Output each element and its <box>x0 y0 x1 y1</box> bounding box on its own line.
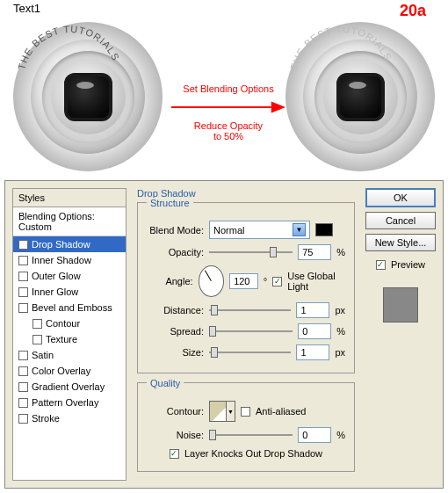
lens-after: THE BEST TUTORIALS <box>285 22 435 171</box>
preview-label: Preview <box>391 259 425 270</box>
antialiased-checkbox[interactable] <box>241 407 250 417</box>
spread-slider[interactable] <box>209 325 293 337</box>
step-code: 20a <box>400 2 426 20</box>
style-label: Color Overlay <box>32 366 90 376</box>
style-item-bevel-and-emboss[interactable]: Bevel and Emboss <box>13 300 126 315</box>
style-item-stroke[interactable]: Stroke <box>13 410 126 426</box>
style-checkbox[interactable] <box>33 319 42 329</box>
style-label: Inner Glow <box>32 286 78 297</box>
opacity-slider[interactable] <box>209 246 293 258</box>
style-checkbox[interactable] <box>18 303 28 313</box>
style-label: Texture <box>46 334 77 344</box>
style-item-texture[interactable]: Texture <box>13 331 126 347</box>
arrow-icon <box>171 98 285 117</box>
lens-before: THE BEST TUTORIALS <box>13 22 163 171</box>
chevron-down-icon: ▼ <box>293 223 306 236</box>
new-style-button[interactable]: New Style... <box>365 234 436 251</box>
knockout-checkbox[interactable] <box>170 449 179 459</box>
blending-options-item[interactable]: Blending Options: Custom <box>13 207 126 236</box>
style-item-color-overlay[interactable]: Color Overlay <box>13 363 126 379</box>
antialiased-label: Anti-aliased <box>256 406 306 417</box>
blend-mode-select[interactable]: Normal▼ <box>209 221 310 239</box>
style-checkbox[interactable] <box>18 351 28 360</box>
opacity-label: Opacity: <box>147 247 204 257</box>
preview-checkbox[interactable] <box>376 260 386 270</box>
style-label: Satin <box>32 350 54 360</box>
style-item-pattern-overlay[interactable]: Pattern Overlay <box>13 395 126 410</box>
angle-dial[interactable] <box>199 265 225 297</box>
noise-label: Noise: <box>147 430 204 440</box>
cancel-button[interactable]: Cancel <box>365 212 436 229</box>
style-checkbox[interactable] <box>18 366 28 376</box>
style-item-satin[interactable]: Satin <box>13 347 126 363</box>
style-checkbox[interactable] <box>18 382 28 392</box>
style-checkbox[interactable] <box>33 335 42 344</box>
button-column: OK Cancel New Style... Preview <box>365 188 436 481</box>
size-slider[interactable] <box>209 346 291 359</box>
preview-swatch <box>383 287 418 323</box>
layer-name: Text1 <box>13 2 40 15</box>
style-item-drop-shadow[interactable]: Drop Shadow <box>13 236 126 252</box>
svg-marker-3 <box>271 102 285 113</box>
styles-header[interactable]: Styles <box>13 189 126 207</box>
opacity-input[interactable]: 75 <box>298 244 331 260</box>
global-light-label: Use Global Light <box>287 271 345 292</box>
distance-input[interactable]: 1 <box>296 302 329 318</box>
blend-mode-label: Blend Mode: <box>147 225 204 236</box>
style-item-inner-shadow[interactable]: Inner Shadow <box>13 252 126 268</box>
spread-label: Spread: <box>147 326 204 337</box>
layer-style-dialog: Styles Blending Options: Custom Drop Sha… <box>4 180 444 489</box>
angle-input[interactable]: 120 <box>229 273 258 289</box>
distance-slider[interactable] <box>209 304 291 316</box>
style-item-gradient-overlay[interactable]: Gradient Overlay <box>13 379 126 395</box>
style-label: Inner Shadow <box>32 255 91 265</box>
style-label: Bevel and Emboss <box>32 302 112 313</box>
options-panel: Drop Shadow Structure Blend Mode: Normal… <box>134 188 358 481</box>
style-checkbox[interactable] <box>18 398 28 408</box>
contour-picker[interactable]: ▼ <box>209 401 235 422</box>
size-input[interactable]: 1 <box>296 344 329 360</box>
style-label: Gradient Overlay <box>32 381 105 392</box>
style-item-inner-glow[interactable]: Inner Glow <box>13 284 126 300</box>
quality-group: Quality Contour: ▼ Anti-aliased Noise: 0… <box>137 382 355 472</box>
style-checkbox[interactable] <box>18 240 28 250</box>
chevron-down-icon: ▼ <box>226 402 235 421</box>
style-item-outer-glow[interactable]: Outer Glow <box>13 268 126 284</box>
styles-list: Styles Blending Options: Custom Drop Sha… <box>12 188 126 481</box>
style-checkbox[interactable] <box>18 272 28 281</box>
distance-label: Distance: <box>147 305 204 315</box>
angle-label: Angle: <box>147 276 193 286</box>
style-item-contour[interactable]: Contour <box>13 315 126 331</box>
style-checkbox[interactable] <box>18 414 28 424</box>
size-label: Size: <box>147 347 204 358</box>
style-label: Contour <box>46 318 80 329</box>
annotation: Set Blending Options Reduce Opacity to 5… <box>171 83 285 141</box>
style-label: Pattern Overlay <box>32 397 98 408</box>
knockout-label: Layer Knocks Out Drop Shadow <box>184 448 322 459</box>
style-label: Drop Shadow <box>32 239 90 250</box>
style-checkbox[interactable] <box>18 256 28 265</box>
ok-button[interactable]: OK <box>365 188 436 207</box>
contour-label: Contour: <box>147 406 204 417</box>
style-checkbox[interactable] <box>18 287 28 297</box>
style-label: Stroke <box>32 413 60 424</box>
style-label: Outer Glow <box>32 271 81 281</box>
spread-input[interactable]: 0 <box>298 323 331 339</box>
noise-slider[interactable] <box>209 429 293 441</box>
structure-group: Structure Blend Mode: Normal▼ Opacity: 7… <box>137 202 355 373</box>
global-light-checkbox[interactable] <box>272 277 282 286</box>
noise-input[interactable]: 0 <box>298 427 331 443</box>
shadow-color-swatch[interactable] <box>315 223 333 236</box>
